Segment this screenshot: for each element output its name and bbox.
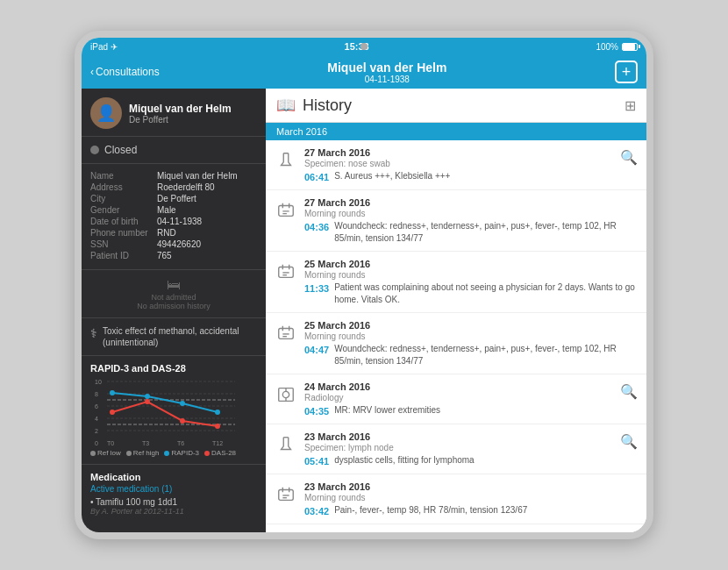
history-item: 27 March 2016 Morning rounds 04:36 Wound… [266,190,646,252]
info-label: Name [90,171,153,181]
item-icon-rounds [275,260,297,283]
back-label: Consultations [96,66,160,78]
item-time: 04:36 [304,222,329,232]
item-time: 04:35 [304,406,329,417]
nav-bar: ‹ Consultations Miquel van der Helm 04-1… [82,55,646,89]
history-item: 23 March 2016 Specimen: lymph node 05:41… [266,424,646,474]
item-icon-specimen [275,149,297,172]
back-button[interactable]: ‹ Consultations [90,66,160,78]
search-icon[interactable]: 🔍 [620,383,638,400]
add-button[interactable]: + [615,61,638,83]
item-row: 04:47 Woundcheck: redness+, tenderness+,… [304,343,638,367]
patient-name-block: Miquel van der Helm De Poffert [129,103,232,125]
month-header: March 2016 [266,123,646,140]
info-row: NameMiquel van der Helm [90,171,257,181]
info-value: Male [157,205,176,215]
item-type: Specimen: lymph node [304,443,613,452]
info-row: AddressRoederdelft 80 [90,182,257,192]
svg-text:T3: T3 [142,440,149,446]
avatar: 👤 [90,97,122,129]
item-content: 23 March 2016 Specimen: lymph node 05:41… [304,431,613,467]
grid-icon[interactable]: ⊞ [625,97,636,114]
legend-rapid3: RAPID-3 [164,449,199,457]
item-time: 11:33 [304,283,329,294]
nav-patient-dob: 04-11-1938 [327,75,446,84]
item-desc: S. Aureus +++, Klebsiella +++ [334,170,450,182]
history-title: History [303,96,352,115]
info-value: De Poffert [157,194,196,203]
diagnosis-icon: ⚕ [90,326,97,340]
legend-ref-high-label: Ref high [133,449,160,457]
info-row: CityDe Poffert [90,194,257,203]
item-time: 06:41 [304,172,329,182]
admission-section: 🛏 Not admitted No admission history [82,270,266,318]
medication-subtitle: Active medication (1) [90,484,257,494]
svg-text:0: 0 [95,440,98,446]
item-row: 04:35 MR: MRV lower extremities [304,404,613,417]
item-row: 04:36 Woundcheck: redness+, tenderness+,… [304,220,638,244]
diagnosis-text: Toxic effect of methanol, accidental (un… [103,325,257,348]
item-content: 25 March 2016 Morning rounds 11:33 Patie… [304,259,638,305]
info-row: Date of birth04-11-1938 [90,217,257,226]
legend-das28: DAS-28 [204,449,236,457]
info-label: Gender [90,205,153,215]
svg-text:8: 8 [95,391,98,397]
item-row: 11:33 Patient was complaining about not … [304,281,638,305]
item-type: Morning rounds [304,270,638,280]
history-item: 27 March 2016 Specimen: nose swab 06:41 … [266,140,646,190]
svg-text:10: 10 [95,379,102,385]
item-icon-radiology [275,383,297,406]
item-date: 23 March 2016 [304,481,638,492]
legend-rapid3-label: RAPID-3 [171,449,199,457]
item-date: 25 March 2016 [304,259,638,269]
item-type: Morning rounds [304,209,638,218]
info-label: Patient ID [90,251,153,260]
item-time: 03:42 [304,506,329,517]
item-desc: Woundcheck: redness+, tenderness+, pain+… [334,343,638,367]
item-date: 24 March 2016 [304,381,613,392]
item-row: 03:42 Pain-, fever-, temp 98, HR 78/min,… [304,504,638,517]
info-label: Date of birth [90,217,153,226]
svg-point-19 [180,401,185,406]
search-icon[interactable]: 🔍 [620,433,638,450]
book-icon: 📖 [276,96,296,115]
svg-text:T12: T12 [212,440,223,446]
item-type: Specimen: nose swab [304,159,613,168]
item-desc: Woundcheck: redness+, tenderness+, pain+… [334,220,638,244]
history-list: 27 March 2016 Specimen: nose swab 06:41 … [266,140,646,532]
ipad-label: iPad ✈ [90,42,118,52]
info-label: SSN [90,239,153,249]
item-type: Radiology [304,393,613,403]
legend-ref-high: Ref high [126,449,160,457]
history-item: 25 March 2016 Morning rounds 11:33 Patie… [266,252,646,313]
info-value: 494426620 [157,239,201,249]
info-value: Miquel van der Helm [157,171,238,181]
medication-by: By A. Porter at 2012-11-11 [90,507,257,516]
item-row: 05:41 dysplastic cells, fitting for lymp… [304,454,613,467]
svg-point-23 [180,418,185,424]
svg-text:T6: T6 [177,440,184,446]
item-date: 27 March 2016 [304,197,638,208]
item-date: 25 March 2016 [304,320,638,331]
admission-text1: Not admitted [90,293,257,302]
item-desc: MR: MRV lower extremities [334,404,440,417]
svg-text:T0: T0 [107,440,114,446]
left-panel: 👤 Miquel van der Helm De Poffert Closed … [82,89,266,532]
svg-point-22 [145,399,150,404]
svg-text:6: 6 [95,403,98,410]
medication-section: Medication Active medication (1) • Tamif… [82,465,266,523]
item-icon-rounds [275,199,297,222]
search-icon[interactable]: 🔍 [620,149,638,166]
right-header: 📖 History ⊞ [266,89,646,123]
content-area: 👤 Miquel van der Helm De Poffert Closed … [82,89,646,532]
admission-text2: No admission history [90,302,257,310]
battery-icon [622,43,638,51]
item-icon-specimen [275,433,297,456]
bed-icon: 🛏 [90,277,257,293]
medication-item-name: Tamiflu 100 mg 1dd1 [96,497,177,507]
svg-point-17 [110,390,115,395]
patient-header: 👤 Miquel van der Helm De Poffert [82,89,266,137]
add-icon: + [622,63,632,82]
nav-title: Miquel van der Helm 04-11-1938 [327,61,446,84]
item-row: 06:41 S. Aureus +++, Klebsiella +++ [304,170,613,182]
